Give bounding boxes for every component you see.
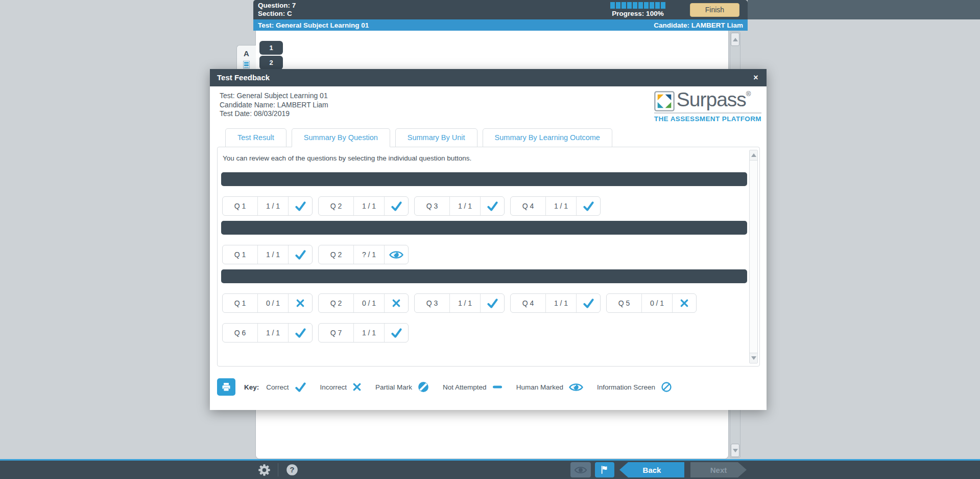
test-title: Test: General Subject Learning 01 <box>258 21 369 29</box>
incorrect-icon <box>296 299 305 308</box>
logo-wordmark: Surpass <box>677 89 746 110</box>
question-status <box>288 294 312 312</box>
close-icon[interactable]: × <box>749 69 762 86</box>
section-letter: A <box>244 49 249 58</box>
tab-test-result[interactable]: Test Result <box>225 128 286 147</box>
tab-summary-by-unit[interactable]: Summary By Unit <box>395 128 477 147</box>
question-score: 1 / 1 <box>449 294 480 312</box>
question-row: Q 11 / 1Q 2? / 1 <box>221 245 747 264</box>
question-button-q-6[interactable]: Q 61 / 1 <box>222 323 313 343</box>
surpass-logo-icon <box>654 91 675 111</box>
question-button-q-1[interactable]: Q 10 / 1 <box>222 293 313 313</box>
question-section-block: Question: 7 Section: C <box>258 2 296 18</box>
key-item-incorrect: Incorrect <box>320 382 362 392</box>
finish-button[interactable]: Finish <box>690 3 739 17</box>
key-item-not-attempted: Not Attempted <box>443 383 503 391</box>
human-marked-eye-icon <box>389 250 403 260</box>
logo-row: Surpass ® <box>654 89 761 111</box>
review-eye-button[interactable] <box>570 462 591 477</box>
back-button[interactable]: Back <box>619 462 684 477</box>
key-item-label: Partial Mark <box>375 383 412 391</box>
key-item-label: Not Attempted <box>443 383 487 391</box>
surpass-logo: Surpass ® THE ASSESSMENT PLATFORM <box>654 89 761 123</box>
panel-scroll-up-arrow[interactable] <box>750 150 757 161</box>
scroll-down-arrow[interactable] <box>731 444 739 457</box>
correct-icon <box>295 200 306 212</box>
question-label: Q 4 <box>511 294 545 312</box>
question-button-q-2[interactable]: Q 20 / 1 <box>318 293 409 313</box>
correct-icon <box>295 249 306 261</box>
svg-text:?: ? <box>290 465 294 474</box>
question-status <box>288 324 312 342</box>
correct-icon <box>295 381 306 393</box>
section-list-icon <box>243 61 250 69</box>
test-title-bar: Test: General Subject Learning 01 Candid… <box>253 19 748 31</box>
question-row: Q 11 / 1Q 21 / 1Q 31 / 1Q 41 / 1 <box>221 196 747 216</box>
back-label: Back <box>643 466 661 474</box>
bottom-toolbar: ? Back Next <box>0 459 980 479</box>
question-button-q-4[interactable]: Q 41 / 1 <box>510 196 601 216</box>
flag-button[interactable] <box>595 462 614 477</box>
progress-segment <box>655 2 660 9</box>
next-button[interactable]: Next <box>690 462 747 477</box>
question-score: 0 / 1 <box>641 294 672 312</box>
key-row: Key: CorrectIncorrectPartial MarkNot Att… <box>217 376 760 398</box>
progress-segment <box>650 2 654 9</box>
question-status <box>288 197 312 215</box>
help-icon[interactable]: ? <box>285 463 299 476</box>
printer-icon <box>221 382 231 392</box>
question-label: Q 1 <box>223 197 257 215</box>
scroll-up-arrow[interactable] <box>731 33 739 46</box>
print-button[interactable] <box>217 378 235 396</box>
question-score: 0 / 1 <box>257 294 288 312</box>
question-summary-panel: You can review each of the questions by … <box>217 147 760 367</box>
question-button-q-1[interactable]: Q 11 / 1 <box>222 196 313 216</box>
tab-summary-by-learning-outcome[interactable]: Summary By Learning Outcome <box>483 128 612 147</box>
panel-scroll-down-arrow[interactable] <box>750 353 757 363</box>
question-nav-button-2[interactable]: 2 <box>259 56 283 70</box>
question-nav-button-1[interactable]: 1 <box>259 41 283 55</box>
section-header-bar <box>221 221 747 235</box>
question-button-q-4[interactable]: Q 41 / 1 <box>510 293 601 313</box>
question-button-q-7[interactable]: Q 71 / 1 <box>318 323 409 343</box>
tab-summary-by-question[interactable]: Summary By Question <box>292 128 390 147</box>
modal-title: Test Feedback <box>217 73 270 82</box>
screen: Question: 7 Section: C Progress: 100% Fi… <box>0 0 980 479</box>
candidate-name: Candidate: LAMBERT Liam <box>654 21 743 29</box>
info-candidate: Candidate Name: LAMBERT Liam <box>220 101 328 110</box>
section-header-bar <box>221 269 747 283</box>
question-row: Q 10 / 1Q 20 / 1Q 31 / 1Q 41 / 1Q 50 / 1… <box>221 293 747 343</box>
question-status <box>384 245 408 264</box>
question-button-q-3[interactable]: Q 31 / 1 <box>414 293 505 313</box>
instruction-text: You can review each of the questions by … <box>223 154 759 162</box>
information-screen-icon <box>661 381 672 393</box>
incorrect-icon <box>392 299 401 308</box>
question-status <box>384 324 408 342</box>
question-status <box>288 245 312 264</box>
question-label: Q 3 <box>415 197 449 215</box>
progress-segment <box>638 2 643 9</box>
next-label: Next <box>710 466 727 474</box>
question-button-q-5[interactable]: Q 50 / 1 <box>606 293 697 313</box>
panel-scrollbar[interactable] <box>749 150 758 363</box>
question-score: 0 / 1 <box>353 294 384 312</box>
progress-label: Progress: 100% <box>610 10 665 17</box>
progress-segment <box>622 2 626 9</box>
correct-icon <box>583 200 594 212</box>
settings-gear-icon[interactable] <box>257 463 271 477</box>
key-item-label: Correct <box>266 383 289 391</box>
correct-icon <box>295 327 306 339</box>
question-status <box>576 197 600 215</box>
question-button-q-2[interactable]: Q 2? / 1 <box>318 245 409 264</box>
human-marked-eye-icon <box>569 382 583 392</box>
question-button-q-3[interactable]: Q 31 / 1 <box>414 196 505 216</box>
question-label: Q 3 <box>415 294 449 312</box>
question-button-q-1[interactable]: Q 11 / 1 <box>222 245 313 264</box>
question-mark-glyph: ? <box>285 463 299 476</box>
question-score: 1 / 1 <box>545 294 576 312</box>
modal-header: Test Feedback × <box>210 69 767 86</box>
question-label: Q 4 <box>511 197 545 215</box>
gear-glyph <box>257 463 271 477</box>
question-button-q-2[interactable]: Q 21 / 1 <box>318 196 409 216</box>
logo-divider <box>654 112 761 113</box>
